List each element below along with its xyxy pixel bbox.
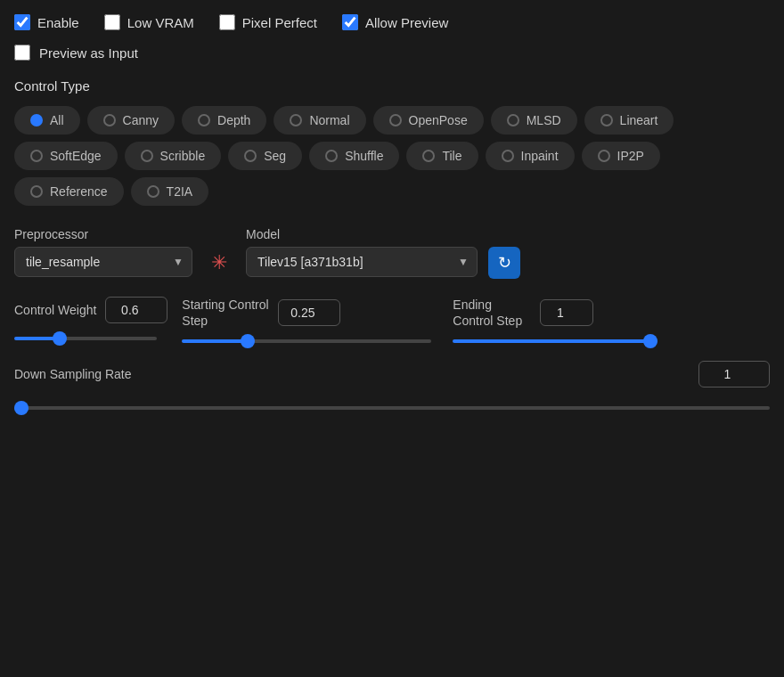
down-sampling-row: Down Sampling Rate <box>14 361 770 387</box>
refresh-button[interactable]: ↻ <box>488 247 520 279</box>
ending-control-step-input[interactable] <box>540 299 593 326</box>
pixel-perfect-checkbox[interactable] <box>219 14 235 30</box>
starting-control-step-block: Starting Control Step <box>182 297 431 343</box>
pixel-perfect-group: Pixel Perfect <box>219 14 317 30</box>
ctrl-radio-openpose <box>389 114 402 126</box>
ctrl-radio-softedge <box>30 150 43 162</box>
preprocessor-label: Preprocessor <box>14 227 192 241</box>
ctrl-btn-ip2p[interactable]: IP2P <box>582 142 660 170</box>
ctrl-btn-reference[interactable]: Reference <box>14 177 124 206</box>
down-sampling-slider[interactable] <box>14 406 770 410</box>
ctrl-label-openpose: OpenPose <box>409 113 468 127</box>
ctrl-label-inpaint: Inpaint <box>521 149 559 163</box>
starting-control-step-label: Starting Control Step <box>182 297 271 329</box>
ctrl-btn-normal[interactable]: Normal <box>274 106 365 135</box>
allow-preview-group: Allow Preview <box>342 14 448 30</box>
preview-as-input-row: Preview as Input <box>14 45 770 61</box>
ctrl-label-mlsd: MLSD <box>527 113 561 127</box>
star-button[interactable]: ✳ <box>203 247 235 279</box>
model-label: Model <box>246 227 478 241</box>
control-weight-top: Control Weight <box>14 297 167 323</box>
ctrl-radio-depth <box>198 114 210 126</box>
ending-control-step-label: Ending Control Step <box>453 297 533 329</box>
ctrl-label-all: All <box>50 113 64 127</box>
top-bar: Enable Low VRAM Pixel Perfect Allow Prev… <box>14 14 770 30</box>
low-vram-checkbox[interactable] <box>104 14 120 30</box>
ctrl-btn-tile[interactable]: Tile <box>406 142 478 170</box>
ctrl-radio-tile <box>422 150 435 162</box>
ending-control-step-slider[interactable] <box>453 339 657 343</box>
enable-checkbox[interactable] <box>14 14 30 30</box>
ctrl-btn-canny[interactable]: Canny <box>87 106 175 135</box>
ctrl-label-t2ia: T2IA <box>167 184 193 199</box>
model-select[interactable]: Tilev15 [a371b31b] none <box>246 247 478 277</box>
ctrl-btn-all[interactable]: All <box>14 106 80 135</box>
ctrl-btn-scribble[interactable]: Scribble <box>125 142 222 170</box>
allow-preview-label: Allow Preview <box>365 15 448 30</box>
ctrl-radio-t2ia <box>147 185 159 198</box>
ctrl-btn-seg[interactable]: Seg <box>228 142 302 170</box>
ctrl-btn-lineart[interactable]: Lineart <box>584 106 674 135</box>
ctrl-radio-scribble <box>141 150 153 162</box>
model-group: Model Tilev15 [a371b31b] none ▼ <box>246 227 478 277</box>
ctrl-btn-t2ia[interactable]: T2IA <box>131 177 209 206</box>
refresh-icon: ↻ <box>498 253 511 273</box>
preview-as-input-label: Preview as Input <box>39 45 138 61</box>
ctrl-radio-reference <box>30 185 43 198</box>
preview-as-input-checkbox[interactable] <box>14 45 30 61</box>
down-sampling-slider-wrap <box>14 398 770 412</box>
ctrl-label-scribble: Scribble <box>160 149 206 163</box>
ctrl-label-normal: Normal <box>309 113 349 127</box>
ctrl-radio-seg <box>244 150 257 162</box>
ctrl-radio-shuffle <box>325 150 338 162</box>
ending-control-step-block: Ending Control Step <box>453 297 657 343</box>
star-icon: ✳ <box>211 251 227 274</box>
down-sampling-input[interactable] <box>698 361 770 387</box>
ctrl-label-shuffle: Shuffle <box>345 149 383 163</box>
preprocessor-model-row: Preprocessor tile_resample none ▼ ✳ Mode… <box>14 227 770 279</box>
down-sampling-label: Down Sampling Rate <box>14 367 684 381</box>
ctrl-radio-inpaint <box>502 150 514 162</box>
ctrl-label-reference: Reference <box>50 184 108 199</box>
ctrl-label-tile: Tile <box>442 149 461 163</box>
ctrl-radio-lineart <box>600 114 613 126</box>
control-type-section: Control Type AllCannyDepthNormalOpenPose… <box>14 78 770 206</box>
ending-control-step-top: Ending Control Step <box>453 297 657 329</box>
ctrl-radio-mlsd <box>507 114 519 126</box>
allow-preview-checkbox[interactable] <box>342 14 358 30</box>
starting-control-step-input[interactable] <box>278 299 340 326</box>
ctrl-label-ip2p: IP2P <box>617 149 644 163</box>
low-vram-group: Low VRAM <box>104 14 194 30</box>
enable-label: Enable <box>37 15 79 30</box>
control-weight-block: Control Weight <box>14 297 167 343</box>
ctrl-btn-openpose[interactable]: OpenPose <box>373 106 484 135</box>
ctrl-label-seg: Seg <box>264 149 286 163</box>
ctrl-btn-inpaint[interactable]: Inpaint <box>486 142 575 170</box>
ctrl-radio-canny <box>103 114 116 126</box>
pixel-perfect-label: Pixel Perfect <box>242 15 317 30</box>
ctrl-label-depth: Depth <box>217 113 250 127</box>
ctrl-btn-depth[interactable]: Depth <box>182 106 266 135</box>
ctrl-radio-normal <box>290 114 302 126</box>
control-weight-input[interactable] <box>105 297 167 323</box>
ctrl-label-lineart: Lineart <box>620 113 658 127</box>
enable-group: Enable <box>14 14 79 30</box>
ctrl-btn-softedge[interactable]: SoftEdge <box>14 142 118 170</box>
low-vram-label: Low VRAM <box>127 15 194 30</box>
control-type-label: Control Type <box>14 78 770 94</box>
ctrl-radio-ip2p <box>598 150 610 162</box>
control-weight-label: Control Weight <box>14 303 96 317</box>
preprocessor-group: Preprocessor tile_resample none ▼ <box>14 227 192 277</box>
preprocessor-dropdown-wrapper: tile_resample none ▼ <box>14 247 192 277</box>
control-weight-slider[interactable] <box>14 337 157 340</box>
down-sampling-section: Down Sampling Rate <box>14 361 770 412</box>
ctrl-btn-shuffle[interactable]: Shuffle <box>309 142 399 170</box>
preprocessor-select[interactable]: tile_resample none <box>14 247 192 277</box>
ctrl-label-canny: Canny <box>123 113 159 127</box>
control-type-buttons: AllCannyDepthNormalOpenPoseMLSDLineartSo… <box>14 106 770 206</box>
control-weight-slider-wrap <box>14 329 139 343</box>
ctrl-btn-mlsd[interactable]: MLSD <box>491 106 577 135</box>
starting-control-step-top: Starting Control Step <box>182 297 431 329</box>
starting-control-step-slider[interactable] <box>182 339 431 343</box>
ctrl-label-softedge: SoftEdge <box>50 149 102 163</box>
